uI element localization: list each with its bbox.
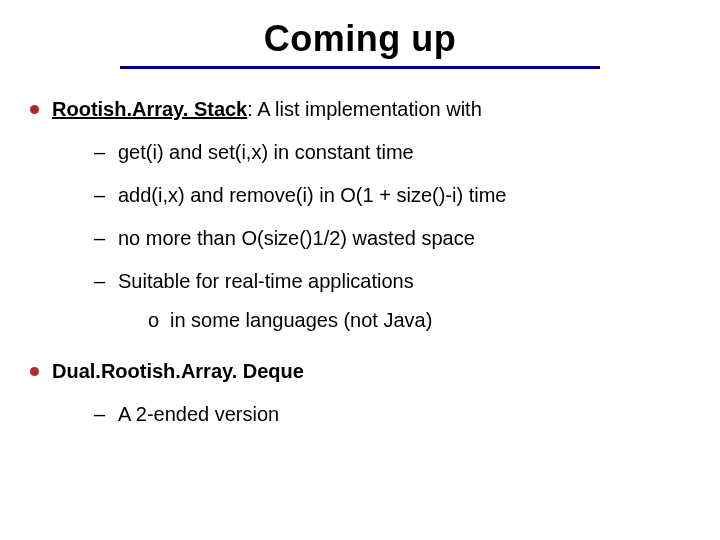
bullet-text: Rootish.Array. Stack: A list implementat… [52,98,482,120]
circle-icon: o [148,308,159,333]
bullet-head: Dual.Rootish.Array. Deque [52,360,304,382]
dash-icon: – [94,269,105,294]
bullet-dual-rootish-array-deque: Dual.Rootish.Array. Deque – A 2-ended ve… [26,359,694,427]
bullet-dot-icon [30,367,39,376]
subsub-bullet-text: in some languages (not Java) [170,309,432,331]
sub-bullet: – A 2-ended version [52,402,694,427]
dash-icon: – [94,140,105,165]
subsub-bullet: o in some languages (not Java) [52,308,694,333]
sub-bullet-text: get(i) and set(i,x) in constant time [118,141,414,163]
bullet-head: Rootish.Array. Stack [52,98,247,120]
sub-bullet-text: no more than O(size()1/2) wasted space [118,227,475,249]
dash-icon: – [94,226,105,251]
bullet-text: Dual.Rootish.Array. Deque [52,360,304,382]
sub-bullet-text: Suitable for real-time applications [118,270,414,292]
slide-title: Coming up [0,18,720,60]
slide-content: Rootish.Array. Stack: A list implementat… [0,97,720,427]
bullet-rest: : A list implementation with [247,98,482,120]
sub-bullet: – get(i) and set(i,x) in constant time [52,140,694,165]
slide: Coming up Rootish.Array. Stack: A list i… [0,0,720,540]
sub-bullet: – Suitable for real-time applications [52,269,694,294]
sub-bullet-text: A 2-ended version [118,403,279,425]
bullet-rootish-array-stack: Rootish.Array. Stack: A list implementat… [26,97,694,333]
bullet-dot-icon [30,105,39,114]
sub-bullet: – add(i,x) and remove(i) in O(1 + size()… [52,183,694,208]
sub-bullet: – no more than O(size()1/2) wasted space [52,226,694,251]
dash-icon: – [94,402,105,427]
dash-icon: – [94,183,105,208]
sub-bullet-text: add(i,x) and remove(i) in O(1 + size()-i… [118,184,506,206]
title-underline [120,66,600,69]
